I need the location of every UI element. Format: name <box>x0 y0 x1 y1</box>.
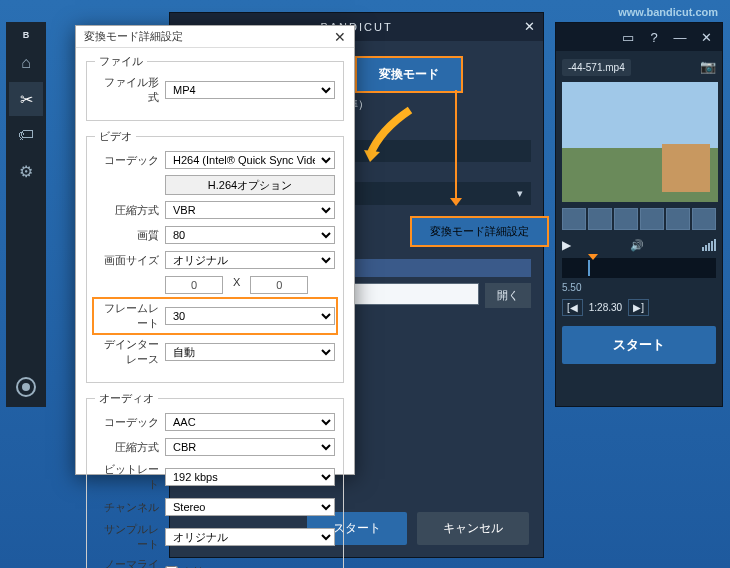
deinterlace-select[interactable]: 自動 <box>165 343 335 361</box>
bitrate-label: ビットレート <box>95 462 165 492</box>
camera-icon[interactable]: 📷 <box>700 59 716 74</box>
cancel-button[interactable]: キャンセル <box>417 512 529 545</box>
thumb[interactable] <box>692 208 716 230</box>
home-icon[interactable]: ⌂ <box>9 46 43 80</box>
acodec-label: コーデック <box>95 415 165 430</box>
minimize-icon[interactable]: ― <box>670 27 690 47</box>
acodec-select[interactable]: AAC <box>165 413 335 431</box>
open-icon[interactable]: ▭ <box>618 27 638 47</box>
quality-label: 画質 <box>95 228 165 243</box>
file-group: ファイル ファイル形式 MP4 <box>86 54 344 121</box>
quality-select[interactable]: 80 <box>165 226 335 244</box>
help-icon[interactable]: ? <box>644 27 664 47</box>
channel-select[interactable]: Stereo <box>165 498 335 516</box>
thumb[interactable] <box>588 208 612 230</box>
size-select[interactable]: オリジナル <box>165 251 335 269</box>
mark-in-button[interactable]: [◀ <box>562 299 583 316</box>
file-format-label: ファイル形式 <box>95 75 165 105</box>
chevron-down-icon: ▾ <box>517 187 523 200</box>
video-group: ビデオ コーデック H264 (Intel® Quick Sync Video)… <box>86 129 344 383</box>
start-button-main[interactable]: スタート <box>562 326 716 364</box>
size-label: 画面サイズ <box>95 253 165 268</box>
height-input[interactable] <box>250 276 308 294</box>
thumb[interactable] <box>640 208 664 230</box>
channel-label: チャンネル <box>95 500 165 515</box>
acomp-label: 圧縮方式 <box>95 440 165 455</box>
thumb[interactable] <box>666 208 690 230</box>
video-legend: ビデオ <box>95 129 136 144</box>
close-icon[interactable]: ✕ <box>524 19 535 34</box>
compression-select[interactable]: VBR <box>165 201 335 219</box>
video-preview <box>562 82 718 202</box>
thumb[interactable] <box>614 208 638 230</box>
sidebar: B ⌂ ✂ 🏷 ⚙ <box>6 22 46 407</box>
preview-header: ▭ ? ― ✕ <box>556 23 722 51</box>
cut-icon[interactable]: ✂ <box>9 82 43 116</box>
timeline[interactable] <box>562 258 716 278</box>
watermark: www.bandicut.com <box>618 6 718 18</box>
codec-label: コーデック <box>95 153 165 168</box>
preview-window: ▭ ? ― ✕ -44-571.mp4 📷 ▶ 🔊 5.50 <box>555 22 723 407</box>
time-long: 1:28.30 <box>589 302 622 313</box>
close-icon[interactable]: ✕ <box>334 29 346 45</box>
dialog-titlebar: 変換モード詳細設定 ✕ <box>76 26 354 48</box>
audio-group: オーディオ コーデック AAC 圧縮方式 CBR ビットレート 192 kbps… <box>86 391 344 568</box>
fps-select[interactable]: 30 <box>165 307 335 325</box>
file-badge: -44-571.mp4 <box>562 59 631 76</box>
tag-icon[interactable]: 🏷 <box>9 118 43 152</box>
browse-button[interactable]: 開く <box>485 283 531 308</box>
compression-label: 圧縮方式 <box>95 203 165 218</box>
width-input[interactable] <box>165 276 223 294</box>
srate-label: サンプルレート <box>95 522 165 552</box>
acomp-select[interactable]: CBR <box>165 438 335 456</box>
normalize-label: ノーマライズ <box>95 557 165 568</box>
volume-icon[interactable]: 🔊 <box>630 239 644 252</box>
bitrate-select[interactable]: 192 kbps <box>165 468 335 486</box>
play-icon[interactable]: ▶ <box>562 238 571 252</box>
tab-convert-mode[interactable]: 変換モード <box>355 56 463 93</box>
mark-out-button[interactable]: ▶] <box>628 299 649 316</box>
srate-select[interactable]: オリジナル <box>165 528 335 546</box>
settings-dialog: 変換モード詳細設定 ✕ ファイル ファイル形式 MP4 ビデオ コーデック H2… <box>75 25 355 475</box>
file-format-select[interactable]: MP4 <box>165 81 335 99</box>
annotation-arrow-icon <box>360 100 420 170</box>
audio-legend: オーディオ <box>95 391 158 406</box>
x-separator: X <box>227 276 246 294</box>
gear-icon[interactable]: ⚙ <box>9 154 43 188</box>
h264-options-button[interactable]: H.264オプション <box>165 175 335 195</box>
deinterlace-label: デインターレース <box>95 337 165 367</box>
dialog-title: 変換モード詳細設定 <box>84 29 183 44</box>
normalize-check-label: 有効 <box>182 565 204 569</box>
annotation-down-arrow-icon <box>455 90 457 198</box>
thumb-row <box>562 208 716 230</box>
volume-bars[interactable] <box>702 239 716 251</box>
codec-select[interactable]: H264 (Intel® Quick Sync Video) <box>165 151 335 169</box>
fps-label: フレームレート <box>95 301 165 331</box>
file-legend: ファイル <box>95 54 147 69</box>
advanced-settings-button[interactable]: 変換モード詳細設定 <box>410 216 549 247</box>
close-icon[interactable]: ✕ <box>696 27 716 47</box>
record-icon[interactable] <box>16 377 36 397</box>
brand-short: B <box>23 26 30 44</box>
time-short: 5.50 <box>562 282 716 293</box>
thumb[interactable] <box>562 208 586 230</box>
